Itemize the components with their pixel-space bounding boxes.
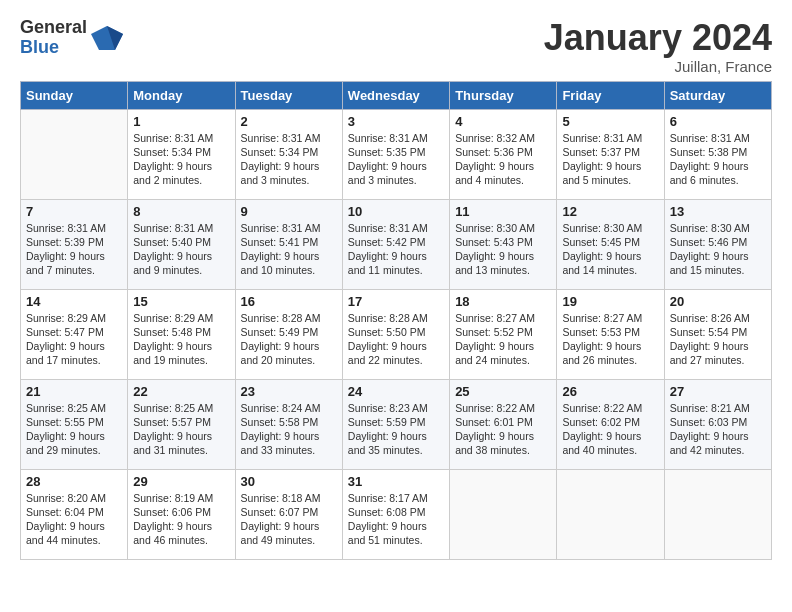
header-saturday: Saturday [664,81,771,109]
week-row-1: 7Sunrise: 8:31 AM Sunset: 5:39 PM Daylig… [21,199,772,289]
logo-general: General [20,18,87,38]
day-number: 26 [562,384,658,399]
day-info: Sunrise: 8:29 AM Sunset: 5:47 PM Dayligh… [26,311,122,368]
day-cell: 10Sunrise: 8:31 AM Sunset: 5:42 PM Dayli… [342,199,449,289]
day-info: Sunrise: 8:31 AM Sunset: 5:34 PM Dayligh… [133,131,229,188]
day-number: 13 [670,204,766,219]
day-info: Sunrise: 8:30 AM Sunset: 5:45 PM Dayligh… [562,221,658,278]
day-info: Sunrise: 8:27 AM Sunset: 5:53 PM Dayligh… [562,311,658,368]
day-cell [557,469,664,559]
day-number: 2 [241,114,337,129]
logo-icon [91,22,123,54]
day-info: Sunrise: 8:22 AM Sunset: 6:02 PM Dayligh… [562,401,658,458]
day-cell: 11Sunrise: 8:30 AM Sunset: 5:43 PM Dayli… [450,199,557,289]
day-cell: 7Sunrise: 8:31 AM Sunset: 5:39 PM Daylig… [21,199,128,289]
week-row-4: 28Sunrise: 8:20 AM Sunset: 6:04 PM Dayli… [21,469,772,559]
title-area: January 2024 Juillan, France [544,18,772,75]
day-cell: 31Sunrise: 8:17 AM Sunset: 6:08 PM Dayli… [342,469,449,559]
day-number: 24 [348,384,444,399]
day-info: Sunrise: 8:23 AM Sunset: 5:59 PM Dayligh… [348,401,444,458]
day-cell: 29Sunrise: 8:19 AM Sunset: 6:06 PM Dayli… [128,469,235,559]
day-number: 16 [241,294,337,309]
day-number: 9 [241,204,337,219]
day-cell: 8Sunrise: 8:31 AM Sunset: 5:40 PM Daylig… [128,199,235,289]
header-sunday: Sunday [21,81,128,109]
day-cell [21,109,128,199]
day-cell: 23Sunrise: 8:24 AM Sunset: 5:58 PM Dayli… [235,379,342,469]
day-cell: 16Sunrise: 8:28 AM Sunset: 5:49 PM Dayli… [235,289,342,379]
day-cell: 14Sunrise: 8:29 AM Sunset: 5:47 PM Dayli… [21,289,128,379]
day-info: Sunrise: 8:22 AM Sunset: 6:01 PM Dayligh… [455,401,551,458]
day-info: Sunrise: 8:31 AM Sunset: 5:34 PM Dayligh… [241,131,337,188]
page-container: General Blue January 2024 Juillan, Franc… [0,0,792,578]
day-number: 31 [348,474,444,489]
day-info: Sunrise: 8:28 AM Sunset: 5:49 PM Dayligh… [241,311,337,368]
day-number: 6 [670,114,766,129]
day-cell: 3Sunrise: 8:31 AM Sunset: 5:35 PM Daylig… [342,109,449,199]
header-wednesday: Wednesday [342,81,449,109]
day-cell [450,469,557,559]
day-info: Sunrise: 8:31 AM Sunset: 5:35 PM Dayligh… [348,131,444,188]
day-cell: 25Sunrise: 8:22 AM Sunset: 6:01 PM Dayli… [450,379,557,469]
day-cell: 6Sunrise: 8:31 AM Sunset: 5:38 PM Daylig… [664,109,771,199]
header-row: General Blue January 2024 Juillan, Franc… [20,18,772,75]
day-cell: 28Sunrise: 8:20 AM Sunset: 6:04 PM Dayli… [21,469,128,559]
day-cell: 17Sunrise: 8:28 AM Sunset: 5:50 PM Dayli… [342,289,449,379]
day-info: Sunrise: 8:30 AM Sunset: 5:46 PM Dayligh… [670,221,766,278]
week-row-3: 21Sunrise: 8:25 AM Sunset: 5:55 PM Dayli… [21,379,772,469]
day-number: 1 [133,114,229,129]
day-info: Sunrise: 8:25 AM Sunset: 5:55 PM Dayligh… [26,401,122,458]
header-monday: Monday [128,81,235,109]
day-info: Sunrise: 8:30 AM Sunset: 5:43 PM Dayligh… [455,221,551,278]
day-info: Sunrise: 8:21 AM Sunset: 6:03 PM Dayligh… [670,401,766,458]
day-cell: 26Sunrise: 8:22 AM Sunset: 6:02 PM Dayli… [557,379,664,469]
day-info: Sunrise: 8:31 AM Sunset: 5:37 PM Dayligh… [562,131,658,188]
day-number: 25 [455,384,551,399]
day-number: 7 [26,204,122,219]
day-info: Sunrise: 8:20 AM Sunset: 6:04 PM Dayligh… [26,491,122,548]
day-cell: 18Sunrise: 8:27 AM Sunset: 5:52 PM Dayli… [450,289,557,379]
day-info: Sunrise: 8:26 AM Sunset: 5:54 PM Dayligh… [670,311,766,368]
week-row-2: 14Sunrise: 8:29 AM Sunset: 5:47 PM Dayli… [21,289,772,379]
day-number: 20 [670,294,766,309]
day-cell: 21Sunrise: 8:25 AM Sunset: 5:55 PM Dayli… [21,379,128,469]
day-cell: 20Sunrise: 8:26 AM Sunset: 5:54 PM Dayli… [664,289,771,379]
day-number: 12 [562,204,658,219]
header-row-days: SundayMondayTuesdayWednesdayThursdayFrid… [21,81,772,109]
logo-blue: Blue [20,38,87,58]
day-number: 5 [562,114,658,129]
day-number: 3 [348,114,444,129]
day-cell: 9Sunrise: 8:31 AM Sunset: 5:41 PM Daylig… [235,199,342,289]
day-info: Sunrise: 8:31 AM Sunset: 5:38 PM Dayligh… [670,131,766,188]
day-info: Sunrise: 8:32 AM Sunset: 5:36 PM Dayligh… [455,131,551,188]
calendar-title: January 2024 [544,18,772,58]
day-info: Sunrise: 8:31 AM Sunset: 5:42 PM Dayligh… [348,221,444,278]
day-number: 23 [241,384,337,399]
day-number: 29 [133,474,229,489]
day-cell: 15Sunrise: 8:29 AM Sunset: 5:48 PM Dayli… [128,289,235,379]
day-info: Sunrise: 8:18 AM Sunset: 6:07 PM Dayligh… [241,491,337,548]
day-info: Sunrise: 8:28 AM Sunset: 5:50 PM Dayligh… [348,311,444,368]
day-cell [664,469,771,559]
day-number: 10 [348,204,444,219]
logo-area: General Blue [20,18,123,58]
day-number: 11 [455,204,551,219]
header-thursday: Thursday [450,81,557,109]
day-number: 17 [348,294,444,309]
day-cell: 22Sunrise: 8:25 AM Sunset: 5:57 PM Dayli… [128,379,235,469]
day-number: 15 [133,294,229,309]
day-number: 18 [455,294,551,309]
day-number: 19 [562,294,658,309]
week-row-0: 1Sunrise: 8:31 AM Sunset: 5:34 PM Daylig… [21,109,772,199]
day-cell: 30Sunrise: 8:18 AM Sunset: 6:07 PM Dayli… [235,469,342,559]
day-info: Sunrise: 8:24 AM Sunset: 5:58 PM Dayligh… [241,401,337,458]
day-cell: 19Sunrise: 8:27 AM Sunset: 5:53 PM Dayli… [557,289,664,379]
day-number: 30 [241,474,337,489]
day-cell: 5Sunrise: 8:31 AM Sunset: 5:37 PM Daylig… [557,109,664,199]
day-info: Sunrise: 8:31 AM Sunset: 5:39 PM Dayligh… [26,221,122,278]
header-tuesday: Tuesday [235,81,342,109]
day-info: Sunrise: 8:27 AM Sunset: 5:52 PM Dayligh… [455,311,551,368]
calendar-table: SundayMondayTuesdayWednesdayThursdayFrid… [20,81,772,560]
day-info: Sunrise: 8:19 AM Sunset: 6:06 PM Dayligh… [133,491,229,548]
day-number: 21 [26,384,122,399]
